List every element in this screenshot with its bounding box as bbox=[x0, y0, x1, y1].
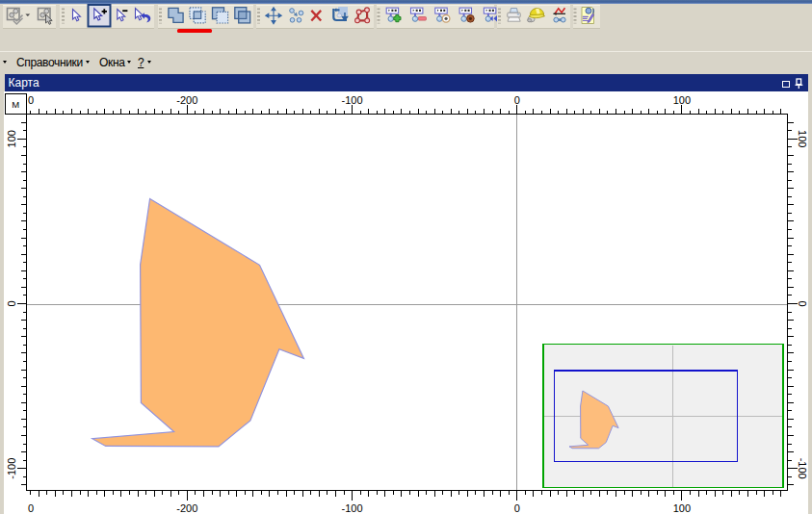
svg-text:-200: -200 bbox=[176, 502, 197, 514]
svg-text:-100: -100 bbox=[6, 458, 17, 479]
svg-text:100: 100 bbox=[6, 130, 17, 147]
svg-text:-100: -100 bbox=[341, 502, 362, 514]
svg-text:-200: -200 bbox=[176, 94, 197, 106]
svg-text:0: 0 bbox=[797, 300, 808, 306]
svg-text:100: 100 bbox=[673, 94, 691, 106]
svg-text:100: 100 bbox=[797, 130, 808, 147]
svg-text:М: М bbox=[12, 99, 19, 110]
svg-text:0: 0 bbox=[514, 502, 520, 514]
svg-text:0: 0 bbox=[514, 94, 520, 106]
svg-text:-100: -100 bbox=[341, 94, 362, 106]
svg-text:100: 100 bbox=[673, 502, 691, 514]
svg-text:-100: -100 bbox=[797, 458, 808, 479]
svg-text:0: 0 bbox=[6, 300, 17, 306]
svg-text:0: 0 bbox=[28, 94, 34, 106]
svg-text:0: 0 bbox=[28, 502, 34, 514]
